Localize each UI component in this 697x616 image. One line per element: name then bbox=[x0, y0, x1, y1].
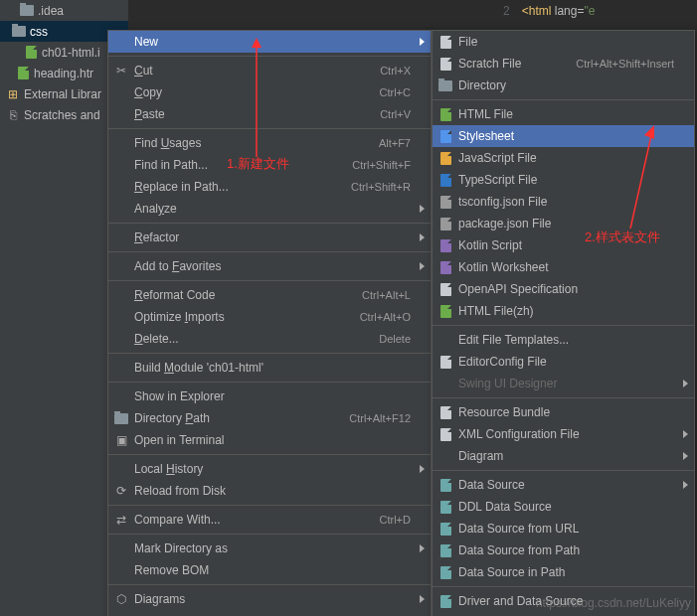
shortcut: Ctrl+Alt+F12 bbox=[349, 412, 411, 424]
new-item-0[interactable]: File bbox=[433, 31, 694, 53]
new-item-21[interactable]: Diagram bbox=[433, 445, 694, 467]
ctx-item-6[interactable]: Find UsagesAlt+F7 bbox=[108, 132, 431, 154]
ctx-item-16[interactable]: Optimize ImportsCtrl+Alt+O bbox=[108, 306, 431, 328]
menu-separator bbox=[108, 353, 431, 354]
menu-item-label: Kotlin Worksheet bbox=[458, 260, 549, 274]
menu-item-label: Paste bbox=[134, 107, 165, 121]
ctx-item-4[interactable]: PasteCtrl+V bbox=[108, 103, 431, 125]
new-item-2[interactable]: Directory bbox=[433, 75, 694, 96]
menu-item-label: Stylesheet bbox=[458, 129, 514, 143]
menu-item-label: Compare With... bbox=[134, 513, 221, 527]
ctx-item-25[interactable]: Local History bbox=[108, 458, 431, 480]
menu-item-label: Edit File Templates... bbox=[458, 333, 569, 347]
submenu-arrow-icon bbox=[683, 452, 688, 460]
menu-item-label: EditorConfig File bbox=[458, 355, 547, 369]
ctx-item-28[interactable]: ⇄Compare With...Ctrl+D bbox=[108, 509, 431, 531]
menu-item-label: Kotlin Script bbox=[458, 238, 522, 252]
new-item-26[interactable]: Data Source from Path bbox=[433, 539, 694, 561]
menu-item-label: Analyze bbox=[134, 202, 177, 216]
bundle-icon bbox=[437, 404, 453, 420]
menu-item-label: JavaScript File bbox=[458, 151, 537, 165]
html-icon bbox=[437, 303, 453, 319]
tree-item-label: css bbox=[30, 25, 48, 39]
new-item-10[interactable]: Kotlin Script bbox=[433, 234, 694, 256]
ctx-item-0[interactable]: New bbox=[108, 31, 431, 53]
menu-item-label: Data Source from URL bbox=[458, 522, 579, 536]
new-item-9[interactable]: package.json File bbox=[433, 213, 694, 234]
submenu-arrow-icon bbox=[420, 544, 425, 552]
new-item-19[interactable]: Resource Bundle bbox=[433, 401, 694, 423]
shortcut: Ctrl+Alt+Shift+Insert bbox=[576, 58, 674, 70]
tree-item-0[interactable]: .idea bbox=[0, 0, 128, 21]
menu-item-label: Remove BOM bbox=[134, 563, 209, 577]
db-icon bbox=[437, 593, 453, 609]
new-item-30[interactable]: Driver bbox=[433, 612, 694, 616]
ctx-item-19[interactable]: Build Module 'ch01-html' bbox=[108, 357, 431, 379]
new-item-7[interactable]: TypeScript File bbox=[433, 169, 694, 191]
watermark: https://blog.csdn.net/LuKeliyy bbox=[536, 596, 691, 610]
ctx-item-31[interactable]: Remove BOM bbox=[108, 559, 431, 581]
folder-icon bbox=[20, 4, 34, 18]
folder-icon bbox=[12, 25, 26, 39]
ctx-item-9[interactable]: Analyze bbox=[108, 198, 431, 220]
menu-item-label: Diagram bbox=[458, 449, 503, 463]
kt-icon bbox=[437, 259, 453, 275]
ctx-item-13[interactable]: Add to Favorites bbox=[108, 255, 431, 277]
new-item-24[interactable]: DDL Data Source bbox=[433, 496, 694, 518]
ctx-item-22[interactable]: Directory PathCtrl+Alt+F12 bbox=[108, 407, 431, 429]
shortcut: Ctrl+Alt+L bbox=[362, 289, 411, 301]
menu-item-label: package.json File bbox=[458, 217, 551, 231]
menu-item-label: Refactor bbox=[134, 231, 179, 244]
menu-item-label: Local History bbox=[134, 462, 203, 476]
submenu-arrow-icon bbox=[420, 595, 425, 603]
new-item-4[interactable]: HTML File bbox=[433, 103, 694, 125]
menu-item-label: Data Source from Path bbox=[458, 543, 580, 557]
new-item-1[interactable]: Scratch FileCtrl+Alt+Shift+Insert bbox=[433, 53, 694, 75]
menu-item-label: Build Module 'ch01-html' bbox=[134, 361, 263, 375]
new-item-20[interactable]: XML Configuration File bbox=[433, 423, 694, 445]
file-icon bbox=[437, 281, 453, 297]
new-item-27[interactable]: Data Source in Path bbox=[433, 561, 694, 583]
new-submenu: FileScratch FileCtrl+Alt+Shift+InsertDir… bbox=[432, 30, 695, 616]
ctx-item-21[interactable]: Show in Explorer bbox=[108, 385, 431, 407]
ctx-item-3[interactable]: CopyCtrl+C bbox=[108, 81, 431, 103]
ts-icon bbox=[437, 172, 453, 188]
menu-separator bbox=[108, 128, 431, 129]
new-item-12[interactable]: OpenAPI Specification bbox=[433, 278, 694, 300]
ctx-item-8[interactable]: Replace in Path...Ctrl+Shift+R bbox=[108, 176, 431, 198]
new-item-6[interactable]: JavaScript File bbox=[433, 147, 694, 169]
scratch-icon: ⎘ bbox=[6, 108, 20, 122]
menu-item-label: Scratch File bbox=[458, 57, 521, 71]
new-item-8[interactable]: tsconfig.json File bbox=[433, 191, 694, 213]
submenu-arrow-icon bbox=[420, 233, 425, 241]
ctx-item-17[interactable]: Delete...Delete bbox=[108, 328, 431, 350]
new-item-5[interactable]: Stylesheet bbox=[433, 125, 694, 147]
new-item-11[interactable]: Kotlin Worksheet bbox=[433, 256, 694, 278]
ctx-item-2[interactable]: ✂CutCtrl+X bbox=[108, 60, 431, 81]
new-item-23[interactable]: Data Source bbox=[433, 474, 694, 496]
ctx-item-7[interactable]: Find in Path...Ctrl+Shift+F bbox=[108, 154, 431, 176]
ctx-item-11[interactable]: Refactor bbox=[108, 227, 431, 248]
menu-item-label: Reformat Code bbox=[134, 288, 215, 302]
menu-item-label: Swing UI Designer bbox=[458, 377, 557, 390]
new-item-16[interactable]: EditorConfig File bbox=[433, 351, 694, 373]
menu-separator bbox=[108, 454, 431, 455]
tree-item-label: Scratches and bbox=[24, 108, 100, 122]
submenu-arrow-icon bbox=[683, 430, 688, 438]
new-item-15[interactable]: Edit File Templates... bbox=[433, 329, 694, 351]
new-item-13[interactable]: HTML File(zh) bbox=[433, 300, 694, 322]
menu-item-label: OpenAPI Specification bbox=[458, 282, 578, 296]
ctx-item-26[interactable]: ⟳Reload from Disk bbox=[108, 480, 431, 502]
ctx-item-33[interactable]: ⬡Diagrams bbox=[108, 588, 431, 610]
shortcut: Alt+F7 bbox=[379, 137, 411, 149]
code-tag: html bbox=[529, 4, 552, 18]
menu-item-label: Replace in Path... bbox=[134, 180, 229, 194]
ctx-item-15[interactable]: Reformat CodeCtrl+Alt+L bbox=[108, 284, 431, 306]
menu-separator bbox=[108, 280, 431, 281]
ctx-item-30[interactable]: Mark Directory as bbox=[108, 538, 431, 559]
ctx-item-34[interactable]: ◌Create Gist... bbox=[108, 610, 431, 616]
new-item-25[interactable]: Data Source from URL bbox=[433, 518, 694, 539]
json-icon bbox=[437, 216, 453, 231]
ctx-item-23[interactable]: ▣Open in Terminal bbox=[108, 429, 431, 451]
menu-item-label: HTML File(zh) bbox=[458, 304, 534, 318]
